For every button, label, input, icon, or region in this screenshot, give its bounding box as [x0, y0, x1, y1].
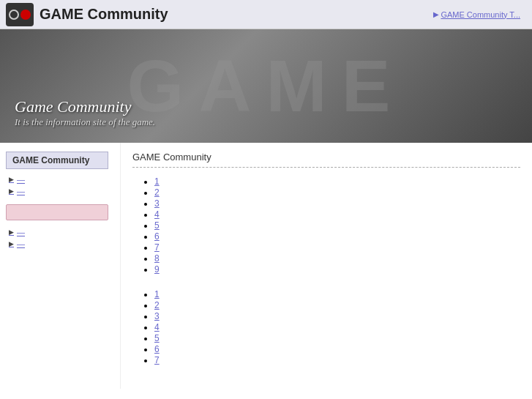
sidebar-arrow-1: ▶ — [9, 176, 14, 183]
list-item: 5 — [154, 333, 520, 343]
list-item: 6 — [154, 231, 520, 242]
sidebar-nav-item-4[interactable]: ▶ — — [6, 238, 114, 250]
content-list-1: 123456789 — [154, 176, 520, 275]
list-link[interactable]: 4 — [154, 209, 160, 220]
list-link[interactable]: 7 — [154, 242, 160, 253]
list-link[interactable]: 2 — [154, 187, 160, 198]
list-link[interactable]: 9 — [154, 264, 160, 275]
banner-subtitle: It is the information site of the game. — [15, 116, 155, 128]
top-right-arrow-icon: ▶ — [433, 10, 439, 18]
site-title: GAME Community — [40, 6, 168, 23]
list-item: 2 — [154, 300, 520, 310]
content-area: GAME Community 123456789 1234567 — [121, 143, 532, 389]
list-link[interactable]: 5 — [154, 220, 160, 231]
top-bar: GAME Community ▶ GAME Community T... — [0, 0, 532, 29]
sidebar-arrow-3: ▶ — [9, 228, 14, 236]
top-right-nav: ▶ GAME Community T... — [433, 10, 520, 19]
logo-circle-right — [20, 10, 31, 20]
list-item: 4 — [154, 209, 520, 220]
list-link[interactable]: 6 — [154, 344, 160, 354]
sidebar-arrow-2: ▶ — [9, 187, 14, 195]
logo — [6, 3, 34, 26]
list-link[interactable]: 5 — [154, 333, 160, 343]
list-link[interactable]: 4 — [154, 322, 160, 332]
list-link[interactable]: 1 — [154, 289, 160, 299]
sidebar-arrow-4: ▶ — [9, 240, 14, 247]
content-heading: GAME Community — [132, 152, 520, 163]
list-link[interactable]: 2 — [154, 300, 160, 310]
list-item: 1 — [154, 289, 520, 299]
list-link[interactable]: 3 — [154, 198, 160, 209]
list-link[interactable]: 3 — [154, 311, 160, 321]
top-bar-left: GAME Community — [6, 3, 168, 26]
top-right-link[interactable]: GAME Community T... — [441, 10, 520, 19]
list-item: 6 — [154, 344, 520, 354]
sidebar-nav-label-4: — — [17, 239, 25, 248]
banner: GAME Game Community It is the informatio… — [0, 29, 532, 143]
list-item: 7 — [154, 242, 520, 253]
list-link[interactable]: 1 — [154, 176, 160, 187]
content-divider — [132, 167, 520, 168]
banner-title: Game Community — [15, 97, 155, 116]
list-link[interactable]: 7 — [154, 355, 160, 365]
main-content: GAME Community ▶ — ▶ — ▶ — ▶ — GAME Comm… — [0, 143, 532, 389]
list-item: 7 — [154, 355, 520, 365]
content-list-2: 1234567 — [154, 289, 520, 365]
sidebar-nav-item-3[interactable]: ▶ — — [6, 226, 114, 238]
sidebar-nav-label-3: — — [17, 228, 25, 236]
list-item: 3 — [154, 198, 520, 209]
logo-circle-left — [9, 10, 19, 20]
sidebar-title-box: GAME Community — [6, 152, 108, 169]
sidebar-nav-label-2: — — [17, 187, 25, 195]
sidebar-pink-box — [6, 204, 108, 220]
sidebar-nav-item-2[interactable]: ▶ — — [6, 185, 114, 197]
list-link[interactable]: 6 — [154, 231, 160, 242]
list-item: 5 — [154, 220, 520, 231]
sidebar-nav-label-1: — — [17, 175, 25, 184]
list-item: 8 — [154, 253, 520, 264]
sidebar-nav-item-1[interactable]: ▶ — — [6, 174, 114, 185]
list-item: 2 — [154, 187, 520, 198]
banner-overlay: Game Community It is the information sit… — [15, 97, 155, 128]
list-item: 1 — [154, 176, 520, 187]
list-item: 3 — [154, 311, 520, 321]
sidebar: GAME Community ▶ — ▶ — ▶ — ▶ — — [0, 143, 121, 389]
list-link[interactable]: 8 — [154, 253, 160, 264]
list-item: 9 — [154, 264, 520, 275]
list-item: 4 — [154, 322, 520, 332]
